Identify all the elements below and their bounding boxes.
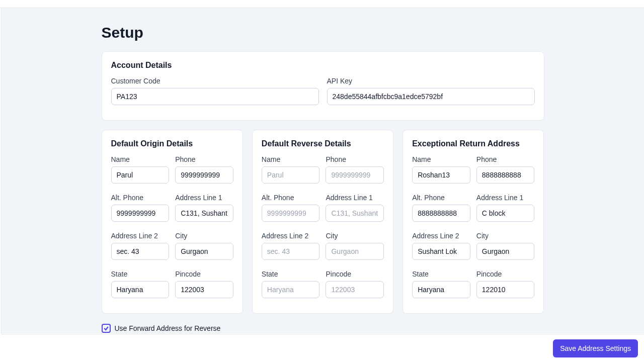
- origin-alt-phone-label: Alt. Phone: [111, 194, 170, 202]
- exceptional-section-title: Exceptional Return Address: [412, 139, 534, 148]
- exceptional-pincode-input[interactable]: [476, 281, 535, 298]
- reverse-addr1-label: Address Line 1: [326, 194, 384, 202]
- exceptional-addr1-label: Address Line 1: [476, 194, 535, 202]
- reverse-pincode-label: Pincode: [326, 270, 384, 278]
- origin-addr1-input[interactable]: [175, 205, 233, 222]
- api-key-label: API Key: [327, 77, 535, 85]
- origin-addr2-label: Address Line 2: [111, 232, 170, 240]
- exceptional-phone-label: Phone: [476, 155, 535, 163]
- origin-addr2-input[interactable]: [111, 243, 170, 260]
- exceptional-pincode-label: Pincode: [476, 270, 535, 278]
- customer-code-label: Customer Code: [111, 77, 319, 85]
- exceptional-alt-phone-label: Alt. Phone: [412, 194, 470, 202]
- reverse-state-label: State: [262, 270, 320, 278]
- account-section-title: Account Details: [111, 61, 535, 70]
- origin-phone-input[interactable]: [175, 166, 233, 184]
- page-body: Setup Account Details Customer Code API …: [1, 8, 644, 333]
- reverse-addr2-input: [262, 243, 320, 260]
- exceptional-address-card: Exceptional Return Address Name Phone Al…: [403, 130, 544, 314]
- reverse-section-title: Default Reverse Details: [262, 139, 384, 148]
- origin-name-input[interactable]: [111, 166, 170, 184]
- exceptional-addr1-input[interactable]: [476, 205, 535, 222]
- reverse-addr2-label: Address Line 2: [262, 232, 320, 240]
- api-key-input[interactable]: [327, 88, 535, 105]
- origin-city-input[interactable]: [175, 243, 233, 260]
- reverse-pincode-input: [326, 281, 384, 298]
- reverse-name-input: [262, 166, 320, 184]
- exceptional-alt-phone-input[interactable]: [412, 205, 470, 222]
- exceptional-addr2-label: Address Line 2: [412, 232, 470, 240]
- reverse-city-label: City: [326, 232, 384, 240]
- exceptional-addr2-input[interactable]: [412, 243, 470, 260]
- use-forward-checkbox[interactable]: [102, 324, 111, 333]
- origin-details-card: Default Origin Details Name Phone Alt. P…: [102, 130, 243, 314]
- account-details-card: Account Details Customer Code API Key: [102, 51, 544, 121]
- reverse-city-input: [326, 243, 384, 260]
- origin-section-title: Default Origin Details: [111, 139, 233, 148]
- use-forward-label: Use Forward Address for Reverse: [115, 324, 221, 332]
- reverse-state-input: [262, 281, 320, 298]
- reverse-name-label: Name: [262, 155, 320, 163]
- reverse-alt-phone-label: Alt. Phone: [262, 194, 320, 202]
- check-icon: [103, 325, 109, 331]
- origin-pincode-label: Pincode: [175, 270, 233, 278]
- footer-bar: Save Address Settings: [1, 334, 644, 362]
- exceptional-city-label: City: [476, 232, 535, 240]
- origin-state-input[interactable]: [111, 281, 170, 298]
- origin-pincode-input[interactable]: [175, 281, 233, 298]
- page-title: Setup: [102, 24, 544, 41]
- reverse-phone-input: [326, 166, 384, 184]
- origin-alt-phone-input[interactable]: [111, 205, 170, 222]
- customer-code-input[interactable]: [111, 88, 319, 105]
- reverse-alt-phone-input: [262, 205, 320, 222]
- exceptional-name-input[interactable]: [412, 166, 470, 184]
- origin-name-label: Name: [111, 155, 170, 163]
- reverse-details-card: Default Reverse Details Name Phone Alt. …: [252, 130, 393, 314]
- origin-city-label: City: [175, 232, 233, 240]
- reverse-addr1-input: [326, 205, 384, 222]
- exceptional-state-input[interactable]: [412, 281, 470, 298]
- origin-state-label: State: [111, 270, 170, 278]
- origin-addr1-label: Address Line 1: [175, 194, 233, 202]
- exceptional-phone-input[interactable]: [476, 166, 535, 184]
- exceptional-state-label: State: [412, 270, 470, 278]
- exceptional-city-input[interactable]: [476, 243, 535, 260]
- top-bar: [0, 0, 644, 8]
- reverse-phone-label: Phone: [326, 155, 384, 163]
- origin-phone-label: Phone: [175, 155, 233, 163]
- exceptional-name-label: Name: [412, 155, 470, 163]
- save-address-settings-button[interactable]: Save Address Settings: [553, 339, 638, 357]
